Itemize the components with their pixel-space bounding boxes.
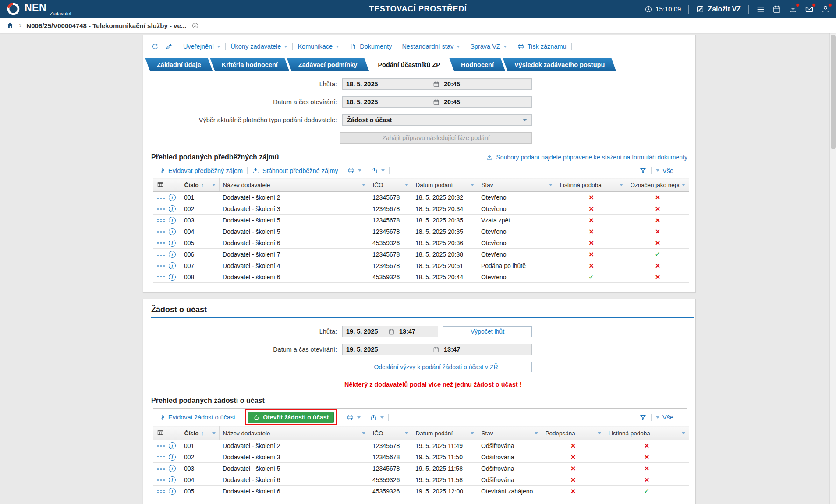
row-menu-icon[interactable] [157,445,165,447]
otevirani-datetime-field[interactable]: 19. 5. 2025 13:47 [342,344,532,355]
export-table-button[interactable] [370,414,384,421]
table-row[interactable]: i001Dodavatel - školení 21234567819. 5. … [153,440,689,451]
row-info-icon[interactable]: i [169,442,176,449]
print-table-button[interactable] [347,414,361,421]
table-row[interactable]: i007Dodavatel - školení 41234567818. 5. … [153,260,689,271]
messages-button[interactable] [805,5,814,14]
table-row[interactable]: i005Dodavatel - školení 64535932618. 5. … [153,237,689,249]
filter-caret-icon[interactable] [620,184,623,186]
row-menu-icon[interactable] [157,490,165,493]
table-row[interactable]: i008Dodavatel - školení 64535932618. 5. … [153,271,689,283]
menu-uverejneni[interactable]: Uveřejnění [183,43,220,50]
vertical-scrollbar[interactable] [829,33,836,504]
filter-caret-icon[interactable] [471,432,474,434]
breadcrumb-item[interactable]: N006/25/V00004748 - Telekomunikační služ… [26,22,186,29]
otevrit-zadosti-button[interactable]: Otevřít žádosti o účast [248,412,334,423]
edit-record-button[interactable] [165,42,173,50]
scrollbar-thumb[interactable] [831,35,836,149]
row-menu-icon[interactable] [157,197,165,199]
row-info-icon[interactable]: i [169,274,176,281]
filter-caret-icon[interactable] [212,184,216,186]
row-info-icon[interactable]: i [169,240,176,247]
column-header-datum[interactable]: Datum podání [412,426,478,440]
table-row[interactable]: i002Dodavatel - školení 31234567818. 5. … [153,203,689,215]
tab-hodnoceni[interactable]: Hodnocení [452,58,503,71]
column-header-stav[interactable]: Stav [478,178,556,192]
view-select[interactable]: Vše [656,414,673,421]
print-table-button[interactable] [347,167,361,174]
filter-caret-icon[interactable] [362,432,365,434]
row-info-icon[interactable]: i [169,488,176,495]
filter-caret-icon[interactable] [405,432,408,434]
tab-zadavaci-podminky[interactable]: Zadávací podmínky [289,58,367,71]
column-header-nepodany[interactable]: Označen jako nepodaný [627,178,689,192]
row-info-icon[interactable]: i [169,465,176,472]
calendar-icon[interactable] [433,99,439,106]
filter-caret-icon[interactable] [471,184,474,186]
column-header-podepsana[interactable]: Podepsána [542,426,605,440]
evidovat-zadost-button[interactable]: Evidovat žádost o účast [158,414,235,421]
tab-podani-ucastniku[interactable]: Podání účastníků ZP [368,58,450,71]
column-header-nazev[interactable]: Název dodavatele [219,426,369,440]
table-row[interactable]: i002Dodavatel - školení 31234567819. 5. … [153,451,689,463]
column-header-cislo[interactable]: Číslo↑ [181,426,219,440]
filter-caret-icon[interactable] [682,432,685,434]
stahnout-zajmy-button[interactable]: Stáhnout předběžné zájmy [252,167,338,174]
table-row[interactable]: i003Dodavatel - školení 51234567819. 5. … [153,463,689,474]
close-tab-icon[interactable] [191,22,199,29]
filter-caret-icon[interactable] [405,184,408,186]
tab-zakladni-udaje[interactable]: Základní údaje [148,58,210,71]
nen-logo[interactable]: NEN Zadavatel [6,1,86,17]
column-chooser-button[interactable] [153,178,181,192]
row-info-icon[interactable]: i [169,205,176,212]
row-menu-icon[interactable] [157,265,165,267]
tab-kriteria-hodnoceni[interactable]: Kritéria hodnocení [213,58,287,71]
column-chooser-button[interactable] [153,426,181,440]
menu-button[interactable] [756,5,765,14]
column-header-ico[interactable]: IČO [369,426,412,440]
table-row[interactable]: i003Dodavatel - školení 51234567818. 5. … [153,215,689,226]
menu-dokumenty[interactable]: Dokumenty [349,43,392,50]
row-info-icon[interactable]: i [169,454,176,461]
table-row[interactable]: i004Dodavatel - školení 51234567818. 5. … [153,226,689,237]
filter-caret-icon[interactable] [682,184,685,186]
row-menu-icon[interactable] [157,208,165,210]
home-icon[interactable] [6,21,14,29]
row-menu-icon[interactable] [157,479,165,481]
row-info-icon[interactable]: i [169,476,176,483]
menu-komunikace[interactable]: Komunikace [298,43,339,50]
menu-nestandardni-stav[interactable]: Nestandardní stav [402,43,461,50]
menu-ukony-zadavatele[interactable]: Úkony zadavatele [230,43,287,50]
files-download-link[interactable]: Soubory podání najdete připravené ke sta… [486,154,687,161]
odeslani-vyzvy-button[interactable]: Odeslání výzvy k podání žádosti o účast … [340,362,532,372]
zahajit-faze-button[interactable]: Zahájit přípravu následující fáze podání [340,132,532,144]
calendar-icon[interactable] [433,346,439,353]
filter-caret-icon[interactable] [535,432,538,434]
filter-caret-icon[interactable] [212,432,216,434]
downloads-button[interactable] [789,5,797,14]
column-header-cislo[interactable]: Číslo↑ [181,178,219,192]
profile-button[interactable] [821,5,830,14]
column-header-listinna[interactable]: Listinná podoba [556,178,627,192]
export-table-button[interactable] [371,167,385,174]
filter-caret-icon[interactable] [549,184,553,186]
row-menu-icon[interactable] [157,468,165,470]
column-header-datum[interactable]: Datum podání [412,178,478,192]
filter-caret-icon[interactable] [598,432,601,434]
filter-button[interactable] [639,167,647,174]
column-header-nazev[interactable]: Název dodavatele [219,178,369,192]
calendar-icon[interactable] [433,81,439,88]
table-row[interactable]: i001Dodavatel - školení 21234567818. 5. … [153,192,689,203]
view-select[interactable]: Vše [656,167,673,174]
row-info-icon[interactable]: i [169,228,176,235]
row-info-icon[interactable]: i [169,262,176,269]
lhuta-datetime-field[interactable]: 19. 5. 2025 13:47 [342,326,438,337]
row-info-icon[interactable]: i [169,194,176,201]
history-button[interactable] [151,42,159,50]
row-menu-icon[interactable] [157,254,165,256]
evidovat-zajem-button[interactable]: Evidovat předběžný zájem [158,167,243,174]
filter-caret-icon[interactable] [362,184,365,186]
typ-podani-select[interactable]: Žádost o účast [342,114,532,126]
menu-sprava-vz[interactable]: Správa VZ [470,43,507,50]
otevirani-datetime-field[interactable]: 18. 5. 2025 20:45 [342,96,532,108]
